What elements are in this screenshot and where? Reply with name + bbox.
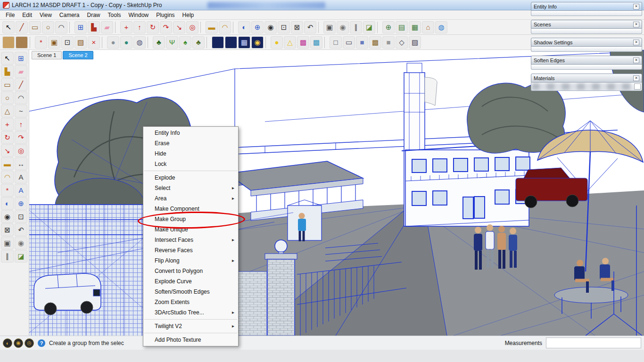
- close-icon[interactable]: ✕: [633, 4, 639, 9]
- move-icon[interactable]: +: [1, 118, 14, 131]
- status-compass-icon[interactable]: ◎: [25, 338, 34, 348]
- rotate-icon[interactable]: ↻: [1, 131, 14, 144]
- zoom-window-icon[interactable]: ⊡: [278, 21, 290, 33]
- color-palette-2-icon[interactable]: ▩: [310, 36, 322, 49]
- hatch-faces-icon[interactable]: ▧: [74, 36, 87, 49]
- shrub-generator-icon[interactable]: ♣: [192, 36, 205, 49]
- mesh-sphere-icon[interactable]: ◍: [133, 36, 146, 49]
- grass-generator-icon[interactable]: Ψ: [166, 36, 178, 49]
- make-component-icon[interactable]: ⊞: [74, 21, 87, 33]
- google-earth-icon[interactable]: ◍: [435, 21, 447, 33]
- context-item-area[interactable]: Area▸: [143, 193, 238, 204]
- line-icon[interactable]: ╱: [16, 21, 28, 33]
- context-item-select[interactable]: Select▸: [143, 183, 238, 193]
- context-item-make-unique[interactable]: Make Unique: [143, 224, 238, 235]
- context-item-erase[interactable]: Erase: [143, 138, 238, 148]
- twilight-options-icon[interactable]: [225, 36, 237, 49]
- status-orbit-icon[interactable]: ◐: [3, 338, 12, 348]
- tape-measure-icon[interactable]: ▬: [206, 21, 218, 33]
- status-camera-icon[interactable]: ◉: [14, 338, 23, 348]
- leaf-generator-icon[interactable]: ♠: [179, 36, 191, 49]
- menu-draw[interactable]: Draw: [83, 11, 104, 19]
- menu-edit[interactable]: Edit: [18, 11, 36, 19]
- context-item-hide[interactable]: Hide: [143, 148, 238, 159]
- axes-icon[interactable]: *: [1, 184, 14, 197]
- add-location-icon[interactable]: ⊕: [382, 21, 395, 33]
- context-item-entity-info[interactable]: Entity Info: [143, 128, 238, 138]
- scale-icon[interactable]: ↘: [173, 21, 185, 33]
- protractor-icon[interactable]: ◠: [1, 171, 14, 183]
- menu-tools[interactable]: Tools: [104, 11, 125, 19]
- eraser-icon[interactable]: ▰: [15, 65, 27, 78]
- panel-soften-edges-header[interactable]: Soften Edges ✕: [531, 56, 642, 65]
- style-shaded-icon[interactable]: ■: [356, 36, 368, 49]
- sphere-teal-icon[interactable]: ●: [120, 36, 132, 49]
- close-icon[interactable]: ✕: [633, 40, 639, 45]
- tab-scene-2[interactable]: Scene 2: [63, 51, 93, 59]
- move-icon[interactable]: +: [120, 21, 132, 33]
- walk-icon[interactable]: ∥: [350, 21, 362, 33]
- context-item-add-photo-texture[interactable]: Add Photo Texture: [143, 335, 238, 345]
- measurements-input[interactable]: [546, 337, 641, 348]
- help-icon[interactable]: ?: [38, 339, 45, 347]
- photo-match-icon[interactable]: ⊡: [61, 36, 74, 49]
- color-palette-1-icon[interactable]: ▩: [297, 36, 309, 49]
- push-pull-icon[interactable]: ↑: [133, 21, 146, 33]
- follow-me-icon[interactable]: ↷: [15, 131, 27, 144]
- zoom-icon[interactable]: ◉: [264, 21, 277, 33]
- panel-shadow-settings-header[interactable]: Shadow Settings ✕: [531, 38, 642, 47]
- panel-materials-header[interactable]: Materials ✕: [531, 74, 642, 82]
- text-icon[interactable]: A: [15, 171, 27, 183]
- close-icon[interactable]: ✕: [633, 75, 639, 81]
- tape-measure-icon[interactable]: ▬: [1, 157, 14, 170]
- style-back-edges-icon[interactable]: ▨: [409, 36, 421, 49]
- follow-me-icon[interactable]: ↷: [160, 21, 172, 33]
- look-around-icon[interactable]: ◉: [15, 237, 27, 249]
- photo-textures-icon[interactable]: ▦: [409, 21, 421, 33]
- menu-plugins[interactable]: Plugins: [152, 11, 178, 19]
- animation-strip-icon[interactable]: ▦: [238, 36, 250, 49]
- material-swatch-1-icon[interactable]: [2, 36, 15, 49]
- make-component-icon[interactable]: ⊞: [15, 52, 27, 65]
- previous-view-icon[interactable]: ↶: [304, 21, 316, 33]
- rotate-icon[interactable]: ↻: [147, 21, 159, 33]
- context-item-lock[interactable]: Lock: [143, 159, 238, 169]
- 3d-text-icon[interactable]: A: [15, 184, 27, 197]
- style-xray-icon[interactable]: ◇: [396, 36, 408, 49]
- panel-scenes-header[interactable]: Scenes ✕: [531, 20, 642, 29]
- scene-lights-icon[interactable]: ◉: [251, 36, 264, 49]
- material-swatch-2-icon[interactable]: [16, 36, 28, 49]
- style-textured-icon[interactable]: ▩: [369, 36, 381, 49]
- menu-file[interactable]: File: [2, 11, 18, 19]
- context-item-flip-along[interactable]: Flip Along▸: [143, 255, 238, 266]
- push-pull-icon[interactable]: ↑: [15, 118, 27, 131]
- menu-camera[interactable]: Camera: [56, 11, 83, 19]
- close-icon[interactable]: ✕: [633, 58, 639, 63]
- line-icon[interactable]: ╱: [15, 78, 27, 91]
- protractor-icon[interactable]: ◠: [219, 21, 231, 33]
- panel-entity-info-header[interactable]: Entity Info ✕: [531, 2, 642, 11]
- material-thumbnail[interactable]: [634, 83, 641, 90]
- tab-scene-1[interactable]: Scene 1: [32, 51, 62, 59]
- offset-icon[interactable]: ◎: [15, 144, 27, 157]
- circle-icon[interactable]: ○: [42, 21, 54, 33]
- toggle-terrain-icon[interactable]: ▤: [396, 21, 408, 33]
- context-item-twilight-v2[interactable]: Twilight V2▸: [143, 321, 238, 331]
- pan-icon[interactable]: ⊕: [251, 21, 264, 33]
- section-plane-icon[interactable]: ◪: [363, 21, 375, 33]
- scale-icon[interactable]: ↘: [1, 144, 14, 157]
- pan-icon[interactable]: ⊕: [15, 197, 27, 210]
- context-item-make-component[interactable]: Make Component: [143, 204, 238, 214]
- circle-icon[interactable]: ○: [1, 91, 14, 104]
- paint-bucket-icon[interactable]: ▙: [88, 21, 100, 33]
- position-camera-icon[interactable]: ▣: [1, 237, 14, 249]
- style-monochrome-icon[interactable]: ■: [382, 36, 395, 49]
- section-plane-icon[interactable]: ◪: [15, 250, 27, 263]
- freehand-icon[interactable]: ~: [15, 105, 27, 117]
- menu-window[interactable]: Window: [125, 11, 153, 19]
- light-cone-icon[interactable]: △: [284, 36, 296, 49]
- purge-icon[interactable]: ×: [88, 36, 100, 49]
- get-models-icon[interactable]: ⌂: [422, 21, 434, 33]
- context-item-make-group[interactable]: Make Group: [143, 214, 238, 224]
- component-scatter-icon[interactable]: *: [35, 36, 47, 49]
